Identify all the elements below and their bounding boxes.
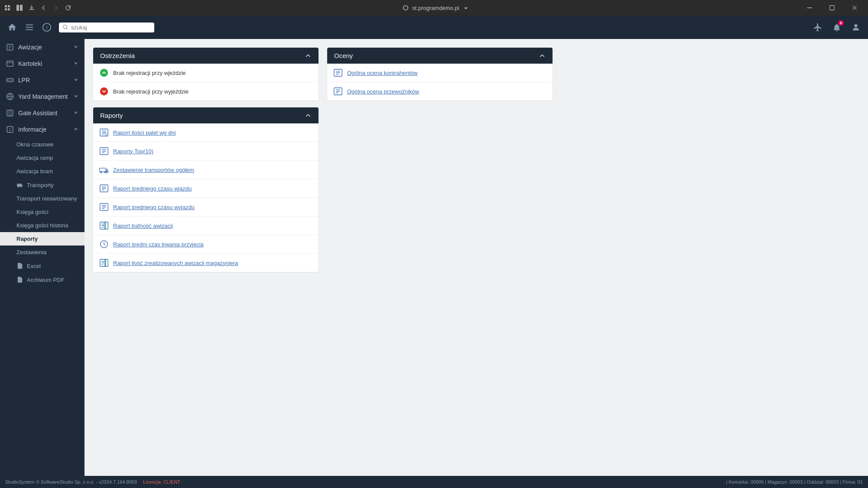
report-label-5: Raport trafność awizacji <box>113 223 173 229</box>
sidebar-item-gate[interactable]: Gate Assistant <box>0 105 85 121</box>
titlebar-right <box>800 0 865 16</box>
sidebar-label-kartoteki: Kartoteki <box>18 60 42 67</box>
svg-text:i: i <box>46 25 48 31</box>
svg-rect-4 <box>16 5 19 11</box>
main-content: Ostrzeżenia Brak rejestracji przy wjeźdz… <box>85 39 868 476</box>
reports-title: Raporty <box>100 112 123 119</box>
warning-item-1[interactable]: Brak rejestracji przy wyjeździe <box>93 82 319 100</box>
svg-point-28 <box>100 87 108 95</box>
rating-label-1: Ogólna ocena przewoźników <box>347 88 419 95</box>
chevron-icon <box>73 44 78 51</box>
warnings-header: Ostrzeżenia <box>93 48 319 64</box>
rating-contractors-icon <box>333 68 343 78</box>
report-item-5[interactable]: Raport trafność awizacji <box>93 217 319 235</box>
rating-label-0: Ogólna ocena kontrahentów <box>347 70 418 76</box>
collapse-warnings-icon[interactable] <box>305 52 312 59</box>
warnings-title: Ostrzeżenia <box>100 52 135 59</box>
back-icon[interactable] <box>40 4 48 12</box>
navbar: i 6 <box>0 16 868 39</box>
split-icon[interactable] <box>16 4 23 12</box>
report-item-6[interactable]: Raport średni czas trwania przyjęcia <box>93 235 319 254</box>
download-icon[interactable] <box>28 4 36 12</box>
titlebar-center: st.programdemo.pl <box>403 5 468 11</box>
sidebar-label-gate: Gate Assistant <box>18 110 57 116</box>
rating-item-0[interactable]: Ogólna ocena kontrahentów <box>327 64 553 82</box>
refresh-icon[interactable] <box>64 4 72 12</box>
right-column: Oceny Ogólna ocena kontrahentów <box>327 48 859 100</box>
rating-item-1[interactable]: Ogólna ocena przewoźników <box>327 82 553 100</box>
notifications-icon[interactable]: 6 <box>830 20 844 34</box>
close-button[interactable] <box>845 0 865 16</box>
sidebar-sub-archiwum-pdf[interactable]: Archiwum PDF <box>0 273 85 287</box>
report-label-3: Raport średniego czasu wjazdu <box>113 185 192 192</box>
sidebar-sub-ksiega-gosci[interactable]: Księga gości <box>0 205 85 219</box>
sidebar-sub-zestawienia[interactable]: Zestawienia <box>0 246 85 259</box>
sidebar-item-awizacje[interactable]: Awizacje <box>0 39 85 55</box>
sidebar-item-kartoteki[interactable]: Kartoteki <box>0 55 85 72</box>
extensions-icon[interactable] <box>3 4 11 12</box>
sidebar-label-yard: Yard Management <box>18 93 68 100</box>
collapse-reports-icon[interactable] <box>305 112 312 119</box>
chevron-icon <box>73 60 78 67</box>
minimize-button[interactable] <box>800 0 819 16</box>
report-label-6: Raport średni czas trwania przyjęcia <box>113 241 204 248</box>
sidebar-item-yard[interactable]: Yard Management <box>0 88 85 105</box>
sidebar-label-awizacje: Awizacje <box>18 44 42 51</box>
svg-rect-5 <box>20 5 23 11</box>
sidebar-sub-okna-czasowe[interactable]: Okna czasowe <box>0 138 85 151</box>
sidebar-sub-excel[interactable]: Excel <box>0 259 85 273</box>
report-transports-icon <box>99 165 109 175</box>
statusbar-version: StudioSystem © SoftwareStudio Sp. z o.o.… <box>5 479 137 485</box>
sidebar-sub-ksiega-gosci-historia[interactable]: Księga gości historia <box>0 219 85 232</box>
report-label-2: Zestawienie transportów ogółem <box>113 167 194 173</box>
report-item-7[interactable]: Raport ilość zrealizowanych awizacji mag… <box>93 254 319 272</box>
ratings-title: Oceny <box>334 52 353 59</box>
svg-rect-9 <box>26 27 33 28</box>
sidebar-item-informacje[interactable]: Informacje <box>0 121 85 138</box>
user-icon[interactable] <box>849 20 863 34</box>
ratings-body: Ogólna ocena kontrahentów Ogólna ocena p… <box>327 64 553 100</box>
chevron-up-icon <box>73 126 78 133</box>
sidebar-sub-transport-nieawizowany[interactable]: Transport nieawizowany <box>0 192 85 205</box>
svg-point-34 <box>104 171 106 173</box>
rating-carriers-icon <box>333 87 343 96</box>
report-label-4: Raport średniego czasu wyjazdu <box>113 204 195 210</box>
sidebar-sub-awizacja-bram[interactable]: Awizacja bram <box>0 165 85 178</box>
sidebar-sub-awizacja-ramp[interactable]: Awizacja ramp <box>0 151 85 165</box>
forward-icon[interactable] <box>52 4 60 12</box>
titlebar: st.programdemo.pl <box>0 0 868 16</box>
report-item-1[interactable]: Raporty Top(10) <box>93 142 319 161</box>
svg-point-23 <box>10 128 10 129</box>
url-display: st.programdemo.pl <box>412 5 459 11</box>
sidebar-sub-transporty[interactable]: Transporty <box>0 178 85 192</box>
menu-icon[interactable] <box>23 20 36 34</box>
warnings-card: Ostrzeżenia Brak rejestracji przy wjeźdz… <box>93 48 319 100</box>
svg-point-27 <box>100 69 108 77</box>
sidebar: Awizacje Kartoteki LPR Yard Management <box>0 39 85 476</box>
flight-icon[interactable] <box>811 20 825 34</box>
report-label-0: Raport ilości palet wg dni <box>113 129 176 136</box>
info-icon[interactable]: i <box>40 20 54 34</box>
search-input[interactable] <box>71 24 140 31</box>
home-icon[interactable] <box>5 20 19 34</box>
svg-point-25 <box>18 186 19 187</box>
sidebar-item-lpr[interactable]: LPR <box>0 72 85 88</box>
svg-rect-7 <box>830 6 835 10</box>
report-item-4[interactable]: Raport średniego czasu wyjazdu <box>93 198 319 217</box>
svg-rect-21 <box>7 110 13 116</box>
sidebar-sub-raporty[interactable]: Raporty <box>0 232 85 246</box>
report-entry-time-icon <box>99 184 109 193</box>
chevron-icon <box>73 93 78 100</box>
maximize-button[interactable] <box>822 0 842 16</box>
svg-rect-6 <box>807 7 812 8</box>
statusbar-license: Licencja: CLIENT <box>143 479 180 485</box>
report-item-2[interactable]: Zestawienie transportów ogółem <box>93 161 319 179</box>
report-item-3[interactable]: Raport średniego czasu wjazdu <box>93 179 319 198</box>
svg-rect-3 <box>8 8 10 10</box>
svg-rect-39 <box>104 222 108 229</box>
statusbar-right: | Komórka: 00006 | Magazyn: 00003 | Oddz… <box>726 479 863 485</box>
report-item-0[interactable]: Raport ilości palet wg dni <box>93 123 319 142</box>
collapse-ratings-icon[interactable] <box>539 52 546 59</box>
search-box[interactable] <box>59 23 154 32</box>
warning-item-0[interactable]: Brak rejestracji przy wjeździe <box>93 64 319 82</box>
